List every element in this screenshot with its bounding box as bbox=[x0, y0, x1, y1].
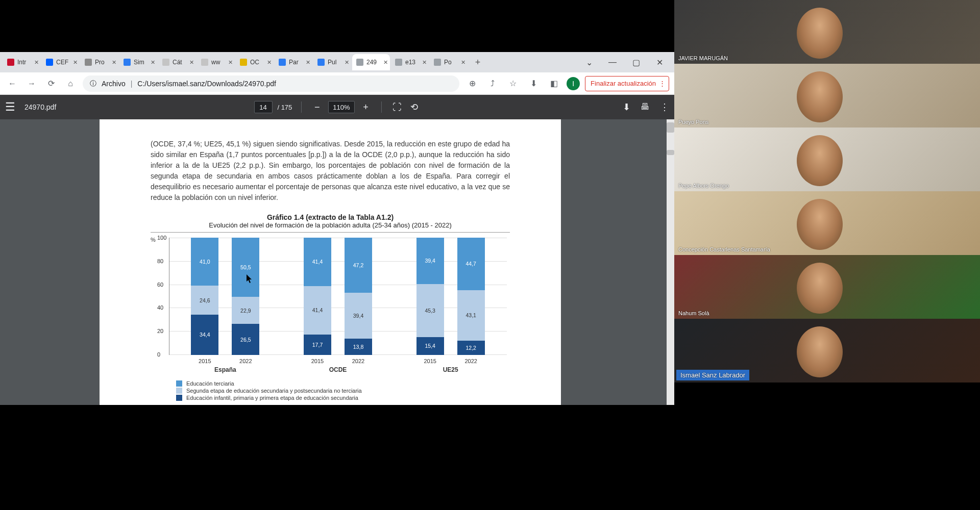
address-bar: ← → ⟳ ⌂ ⓘ Archivo | C:/Users/ismael.sanz… bbox=[0, 72, 674, 95]
download-icon[interactable]: ⬇ bbox=[526, 76, 541, 91]
window-maximize-button[interactable]: ▢ bbox=[624, 54, 648, 70]
browser-tab[interactable]: CEF✕ bbox=[42, 54, 80, 70]
window-close-button[interactable]: ✕ bbox=[648, 54, 671, 70]
participant-tile[interactable]: Ismael Sanz Labrador bbox=[674, 319, 980, 382]
body-paragraph: (OCDE, 37,4 %; UE25, 45,1 %) siguen sien… bbox=[151, 139, 510, 203]
participant-tile[interactable]: Concepción Castarlenas Santamaría bbox=[674, 191, 980, 255]
zoom-icon[interactable]: ⊕ bbox=[464, 76, 480, 91]
chart-title: Gráfico 1.4 (extracto de la Tabla A1.2) bbox=[151, 213, 510, 221]
share-icon[interactable]: ⤴ bbox=[485, 76, 500, 91]
x-tick-year: 2022 bbox=[457, 358, 485, 364]
pdf-zoom-in-button[interactable]: + bbox=[360, 101, 372, 113]
browser-tab[interactable]: Po✕ bbox=[430, 54, 468, 70]
tab-close-icon[interactable]: ✕ bbox=[461, 59, 465, 66]
pdf-toolbar: ☰ 24970.pdf / 175 − 110% + ⛶ ⟲ ⬇ 🖶 ⋮ bbox=[0, 95, 674, 119]
bar-value: 13,8 bbox=[353, 344, 363, 350]
tab-label: CEF bbox=[56, 59, 70, 66]
pdf-filename: 24970.pdf bbox=[24, 103, 56, 111]
y-tick: 60 bbox=[157, 282, 163, 288]
pdf-menu-icon[interactable]: ☰ bbox=[5, 100, 15, 114]
pdf-print-button[interactable]: 🖶 bbox=[641, 101, 650, 113]
tab-close-icon[interactable]: ✕ bbox=[189, 59, 194, 66]
tab-close-icon[interactable]: ✕ bbox=[267, 59, 272, 66]
favicon-icon bbox=[279, 59, 286, 66]
tab-close-icon[interactable]: ✕ bbox=[306, 59, 310, 66]
favicon-icon bbox=[434, 59, 441, 66]
pdf-viewport[interactable]: (OCDE, 37,4 %; UE25, 45,1 %) siguen sien… bbox=[0, 119, 674, 405]
x-tick-region: UE25 bbox=[394, 366, 507, 373]
legend-swatch bbox=[176, 395, 182, 401]
bar-value: 22,9 bbox=[240, 308, 251, 314]
browser-window: Intr✕CEF✕Pro✕Sim✕Cát✕ww✕OC✕Par✕Pul✕249✕e… bbox=[0, 52, 674, 405]
url-input[interactable]: ⓘ Archivo | C:/Users/ismael.sanz/Downloa… bbox=[83, 75, 459, 92]
bar-value: 41,4 bbox=[312, 307, 323, 313]
chart-subtitle: Evolución del nivel de formación de la p… bbox=[151, 221, 510, 229]
browser-tab[interactable]: Par✕ bbox=[275, 54, 312, 70]
y-tick: 100 bbox=[157, 235, 166, 241]
pdf-download-button[interactable]: ⬇ bbox=[623, 101, 630, 113]
tab-close-icon[interactable]: ✕ bbox=[383, 59, 388, 66]
pdf-rotate-icon[interactable]: ⟲ bbox=[408, 101, 421, 113]
tab-close-icon[interactable]: ✕ bbox=[228, 59, 233, 66]
bookmark-icon[interactable]: ☆ bbox=[505, 76, 521, 91]
browser-tab[interactable]: Cát✕ bbox=[158, 54, 196, 70]
pdf-page-input[interactable] bbox=[254, 101, 272, 113]
lock-icon: ⓘ bbox=[90, 79, 96, 88]
profile-avatar[interactable]: I bbox=[567, 77, 580, 90]
bar-value: 17,7 bbox=[312, 342, 323, 348]
bar: 41,441,417,7 bbox=[304, 238, 331, 355]
tab-label: Pro bbox=[95, 59, 109, 66]
bar: 44,743,112,2 bbox=[457, 238, 485, 355]
nav-home-button[interactable]: ⌂ bbox=[63, 79, 78, 88]
y-tick: 80 bbox=[157, 258, 163, 264]
y-tick: 0 bbox=[157, 351, 160, 358]
tab-close-icon[interactable]: ✕ bbox=[73, 59, 78, 66]
nav-forward-button[interactable]: → bbox=[24, 79, 39, 88]
favicon-icon bbox=[46, 59, 53, 66]
bar-value: 44,7 bbox=[465, 261, 476, 267]
participant-name: Ismael Sanz Labrador bbox=[676, 370, 749, 380]
browser-tab[interactable]: Sim✕ bbox=[119, 54, 157, 70]
bar-value: 26,5 bbox=[240, 337, 251, 343]
browser-tab[interactable]: ww✕ bbox=[197, 54, 235, 70]
bar-value: 24,6 bbox=[200, 297, 210, 303]
browser-tab[interactable]: OC✕ bbox=[236, 54, 274, 70]
nav-back-button[interactable]: ← bbox=[5, 79, 19, 88]
tab-close-icon[interactable]: ✕ bbox=[345, 59, 349, 66]
participant-tile[interactable]: Nahum Solà bbox=[674, 255, 980, 319]
mouse-cursor-icon bbox=[247, 274, 253, 284]
bar-value: 39,4 bbox=[425, 258, 435, 264]
participant-name: Pueyo Pons bbox=[676, 118, 710, 125]
favicon-icon bbox=[7, 59, 14, 66]
finish-update-button[interactable]: Finalizar actualización⋮ bbox=[585, 76, 669, 91]
bar-value: 34,4 bbox=[200, 332, 210, 338]
scrollbar[interactable] bbox=[667, 119, 674, 405]
favicon-icon bbox=[395, 59, 402, 66]
browser-tab[interactable]: 249✕ bbox=[352, 54, 390, 70]
browser-tab[interactable]: Pro✕ bbox=[81, 54, 118, 70]
tab-close-icon[interactable]: ✕ bbox=[34, 59, 39, 66]
browser-tab[interactable]: Intr✕ bbox=[3, 54, 41, 70]
avatar bbox=[797, 135, 843, 186]
participant-tile[interactable]: JAVIER MARUGÁN bbox=[674, 0, 980, 64]
pdf-more-button[interactable]: ⋮ bbox=[660, 101, 669, 113]
tab-close-icon[interactable]: ✕ bbox=[422, 59, 427, 66]
nav-reload-button[interactable]: ⟳ bbox=[44, 79, 58, 88]
pdf-fit-icon[interactable]: ⛶ bbox=[391, 101, 403, 113]
window-dropdown-icon[interactable]: ⌄ bbox=[577, 54, 601, 70]
window-minimize-button[interactable]: ― bbox=[601, 54, 624, 70]
participant-tile[interactable]: Pepe Albors Orengo bbox=[674, 128, 980, 191]
browser-tab[interactable]: e13✕ bbox=[391, 54, 429, 70]
new-tab-button[interactable]: + bbox=[471, 55, 485, 69]
browser-tab[interactable]: Pul✕ bbox=[313, 54, 351, 70]
tab-close-icon[interactable]: ✕ bbox=[112, 59, 116, 66]
avatar bbox=[797, 8, 843, 59]
chart-legend: Educación terciariaSegunda etapa de educ… bbox=[176, 380, 510, 401]
tab-close-icon[interactable]: ✕ bbox=[151, 59, 155, 66]
tab-label: e13 bbox=[405, 59, 419, 66]
avatar bbox=[797, 263, 843, 314]
pdf-zoom-out-button[interactable]: − bbox=[311, 101, 323, 113]
sidepanel-icon[interactable]: ◧ bbox=[546, 76, 561, 91]
participant-tile[interactable]: Pueyo Pons bbox=[674, 64, 980, 128]
x-tick-year: 2022 bbox=[232, 358, 259, 364]
